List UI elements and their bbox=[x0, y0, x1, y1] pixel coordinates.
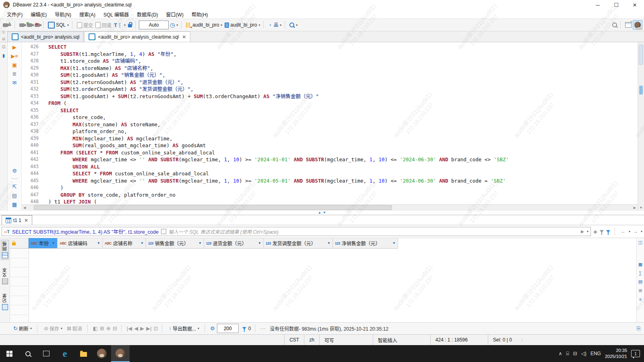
maximize-button[interactable]: ☐ bbox=[607, 0, 625, 10]
panel-toggle-icon[interactable]: ◫ bbox=[638, 240, 642, 245]
settings-gear-icon[interactable]: ⚙ bbox=[12, 168, 17, 173]
more-dots-icon[interactable]: ⋯⋯ bbox=[11, 177, 18, 181]
start-button[interactable] bbox=[0, 345, 19, 362]
fetch-size-input[interactable] bbox=[217, 324, 239, 333]
menu-item[interactable]: 窗口(W) bbox=[163, 10, 187, 19]
vertical-scrollbar[interactable]: ▼ bbox=[638, 42, 644, 210]
execute-new-tab-icon[interactable]: ▣ bbox=[12, 62, 17, 68]
close-button[interactable]: ✕ bbox=[625, 0, 644, 10]
last-row-icon[interactable]: ▶| bbox=[146, 326, 151, 331]
scroll-down-icon[interactable]: ▼ bbox=[638, 206, 644, 210]
execute-query-icon[interactable]: ▶ bbox=[12, 45, 17, 50]
result-grid-doc-icon[interactable]: ▦ bbox=[12, 202, 17, 207]
tray-expand-icon[interactable]: ∧ bbox=[559, 351, 562, 356]
menu-item[interactable]: 编辑(E) bbox=[27, 10, 50, 19]
chevron-down-icon[interactable]: ▼ bbox=[52, 241, 55, 245]
cancel-button[interactable]: ⊠取消 bbox=[66, 324, 83, 333]
commit-button[interactable]: 提交 bbox=[76, 21, 94, 29]
editor-tab[interactable]: <audit_bi_pro> analysis_cleartime.sql✕ bbox=[84, 31, 190, 42]
dashboard-button[interactable]: ◔ bbox=[267, 22, 272, 29]
caret-position-indicator[interactable]: 424 : 1 : 18596 bbox=[430, 335, 488, 345]
sql-editor-button[interactable]: SQL▾ bbox=[47, 21, 70, 29]
network-icon[interactable]: ⊟ bbox=[573, 351, 577, 356]
goto-row-icon[interactable]: ⊡ bbox=[154, 326, 158, 331]
lock-button[interactable] bbox=[127, 22, 133, 28]
output-doc-icon[interactable]: ▤ bbox=[12, 193, 17, 198]
edit-row-icon[interactable]: ◧ bbox=[93, 326, 98, 331]
menu-item[interactable]: 搜索(A) bbox=[76, 10, 99, 19]
volume-icon[interactable]: ◁) bbox=[581, 351, 586, 356]
tasks-button[interactable]: 品▾ bbox=[272, 22, 283, 28]
menu-item[interactable]: 文件(F) bbox=[3, 10, 26, 19]
results-view-tab-text[interactable]: 文本 bbox=[1, 266, 8, 286]
chevron-down-icon[interactable]: ▼ bbox=[198, 241, 202, 245]
column-header[interactable]: ABC店铺编码▼ bbox=[58, 238, 103, 249]
fetch-settings-gear-icon[interactable]: ⚙ bbox=[210, 326, 215, 331]
value-viewer-icon[interactable]: ▦ bbox=[638, 262, 642, 267]
filter-settings-icon[interactable] bbox=[606, 230, 610, 233]
grid-body[interactable] bbox=[10, 249, 636, 322]
sash-up-icon[interactable]: ▲ bbox=[318, 211, 321, 214]
chevron-down-icon[interactable]: ▼ bbox=[258, 241, 261, 245]
connect-button[interactable] bbox=[18, 23, 26, 28]
apply-filter-icon[interactable]: ▶ bbox=[581, 229, 584, 234]
restore-panel-icon[interactable]: ⊟ bbox=[2, 37, 5, 41]
database-selector[interactable]: audit_bi_pro▾ bbox=[185, 21, 223, 29]
next-row-icon[interactable]: ▶ bbox=[140, 326, 144, 331]
column-header[interactable]: 123销售金额（元）▼ bbox=[146, 238, 204, 249]
menu-item[interactable]: 数据库(D) bbox=[133, 10, 162, 19]
column-header[interactable]: 123净销售金额（元）▼ bbox=[333, 238, 398, 249]
chevron-down-icon[interactable]: ▼ bbox=[392, 241, 396, 245]
task-view-button[interactable] bbox=[37, 345, 56, 362]
editor-tab[interactable]: <audit_bi_pro> analysis.sql bbox=[7, 31, 84, 42]
scroll-left-icon[interactable]: ◀ bbox=[22, 206, 27, 210]
execute-script-icon[interactable]: ▶≡ bbox=[11, 53, 18, 59]
chevron-down-icon[interactable]: ▼ bbox=[140, 241, 144, 245]
reconnect-button[interactable] bbox=[26, 23, 33, 28]
new-connection-button[interactable]: ▾ bbox=[2, 23, 12, 28]
clear-filter-icon[interactable] bbox=[600, 230, 604, 233]
editor-results-sash[interactable]: ▲ ▼ bbox=[0, 210, 644, 215]
column-header[interactable]: 123退货金额（元）▼ bbox=[204, 238, 264, 249]
chevron-down-icon[interactable]: ▼ bbox=[97, 241, 100, 245]
first-row-icon[interactable]: |◀ bbox=[127, 326, 132, 331]
chevron-down-icon[interactable]: ▾ bbox=[587, 230, 588, 233]
delete-row-icon[interactable]: ⊟ bbox=[113, 326, 117, 331]
edge-browser-button[interactable]: e bbox=[56, 345, 74, 362]
forward-arrow-icon[interactable]: → bbox=[633, 229, 638, 234]
add-row-icon[interactable]: ⊞ bbox=[100, 326, 104, 331]
more-dots-icon[interactable]: ⋯ bbox=[260, 326, 265, 331]
dbeaver-taskbar-button-2[interactable] bbox=[111, 345, 130, 362]
schema-selector[interactable]: audit_bi_pro▾ bbox=[223, 21, 261, 29]
file-explorer-button[interactable] bbox=[74, 345, 93, 362]
expand-filter-icon[interactable]: ⋱ bbox=[161, 229, 166, 234]
aggregate-panel-icon[interactable]: ∑ bbox=[639, 271, 642, 276]
menu-item[interactable]: 导航(N) bbox=[51, 10, 75, 19]
grid-corner-cell[interactable] bbox=[10, 238, 29, 249]
disconnect-button[interactable] bbox=[33, 23, 41, 28]
open-perspective-button[interactable] bbox=[624, 21, 633, 29]
export-log-icon[interactable]: ⇱ bbox=[12, 184, 17, 189]
notification-icon[interactable]: 1 bbox=[631, 350, 640, 357]
results-view-tab-grid[interactable]: 网格 bbox=[1, 240, 9, 260]
minimize-button[interactable]: ─ bbox=[588, 0, 607, 10]
horizontal-scroll-thumb[interactable] bbox=[34, 205, 392, 210]
touch-keyboard-icon[interactable]: ⌸ bbox=[566, 351, 569, 356]
database-nav-icon[interactable]: ▮ bbox=[2, 53, 5, 58]
save-button[interactable]: ⊘保存▾ bbox=[43, 324, 64, 333]
scroll-right-icon[interactable]: ▶ bbox=[632, 206, 638, 210]
column-header[interactable]: ABC店铺名称▼ bbox=[103, 238, 146, 249]
close-icon[interactable]: ✕ bbox=[24, 218, 28, 223]
menu-item[interactable]: 帮助(H) bbox=[188, 10, 212, 19]
explain-plan-icon[interactable]: ≣ bbox=[12, 71, 17, 76]
email-export-icon[interactable]: ✉ bbox=[12, 80, 17, 85]
results-tab[interactable]: t1 1 ✕ bbox=[2, 215, 32, 225]
transaction-auto-select[interactable]: Auto bbox=[139, 21, 169, 29]
column-header[interactable]: ABC年份▼ bbox=[29, 238, 58, 249]
close-icon[interactable]: ✕ bbox=[182, 34, 186, 40]
save-log-icon[interactable]: ⎘ bbox=[637, 326, 641, 331]
transaction-mode-button[interactable]: T⋮▾ bbox=[113, 22, 127, 29]
back-arrow-icon[interactable]: ← bbox=[621, 229, 626, 234]
rollback-button[interactable]: 回滚 bbox=[94, 21, 113, 29]
grouping-panel-icon[interactable]: ≡ bbox=[639, 297, 642, 302]
